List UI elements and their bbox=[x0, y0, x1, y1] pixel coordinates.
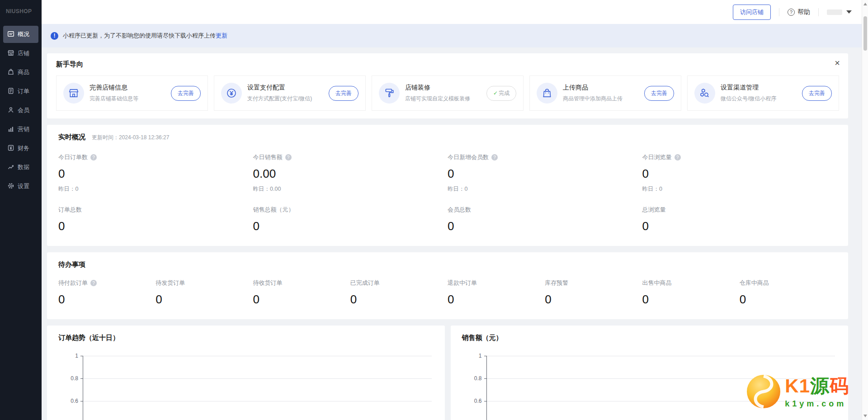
guide-item-payment: 设置支付配置 支付方式配置(支付宝/微信) 去完善 bbox=[214, 76, 366, 111]
settings-icon bbox=[7, 182, 14, 191]
update-time-value: 2024-03-18 12:36:27 bbox=[119, 134, 169, 141]
gridline bbox=[83, 356, 432, 356]
todo-row: 待付款订单? 0 待发货订单 0 待收货订单 0 已完成订单 0 退款中订单 bbox=[58, 279, 837, 307]
y-tick-label: 0.6 bbox=[58, 398, 78, 404]
scrollbar-thumb[interactable] bbox=[863, 16, 867, 51]
todo-label: 待发货订单 bbox=[156, 279, 253, 287]
realtime-stats-row: 今日订单数? 0 昨日：0 今日销售额? 0.00 昨日：0.00 今日新增会员… bbox=[58, 153, 837, 233]
guide-item-text: 店铺装修 店铺可实现自定义模板装修 bbox=[405, 84, 481, 103]
data-icon bbox=[7, 163, 14, 172]
update-notice-banner: ! 小程序已更新，为了不影响您的使用请尽快下载小程序上传更新 bbox=[42, 24, 862, 47]
y-tick-label: 0.6 bbox=[462, 398, 482, 404]
close-icon[interactable]: × bbox=[835, 58, 840, 67]
todo-pending-payment: 待付款订单? 0 bbox=[58, 279, 156, 307]
help-icon[interactable]: ? bbox=[90, 280, 97, 286]
stat-label: 销售总额（元） bbox=[253, 206, 448, 214]
member-icon bbox=[7, 106, 14, 115]
help-icon[interactable]: ? bbox=[90, 154, 97, 160]
watermark-text: K1源码 k1ym.com bbox=[785, 377, 849, 409]
header-divider bbox=[779, 8, 779, 16]
guide-item-title: 店铺装修 bbox=[405, 84, 481, 92]
upload-goods-icon bbox=[537, 83, 557, 104]
todo-label: 待付款订单? bbox=[58, 279, 156, 287]
help-icon[interactable]: ? bbox=[285, 154, 292, 160]
guide-item-channel: 设置渠道管理 微信公众号/微信小程序 去完善 bbox=[687, 76, 839, 111]
go-complete-button[interactable]: 去完善 bbox=[802, 86, 832, 101]
sidebar-item-label: 店铺 bbox=[18, 49, 29, 57]
sidebar-item-label: 商品 bbox=[18, 68, 29, 76]
sidebar-item-label: 数据 bbox=[18, 163, 29, 171]
notice-text: 小程序已更新，为了不影响您的使用请尽快下载小程序上传 bbox=[63, 32, 216, 40]
go-complete-button[interactable]: 去完善 bbox=[171, 86, 201, 101]
stat-label: 今日浏览量? bbox=[642, 153, 837, 161]
overview-icon bbox=[7, 30, 14, 39]
stat-label: 今日新增会员数? bbox=[448, 153, 642, 161]
todo-card: 待办事项 待付款订单? 0 待发货订单 0 待收货订单 0 已完成订单 0 bbox=[47, 252, 848, 319]
todo-completed-orders: 已完成订单 0 bbox=[350, 279, 448, 307]
sidebar-item-data[interactable]: 数据 bbox=[3, 159, 38, 176]
order-trend-plot: 1 0.8 0.6 0.4 bbox=[58, 356, 434, 420]
help-button[interactable]: ? 帮助 bbox=[788, 8, 810, 16]
help-icon[interactable]: ? bbox=[491, 154, 498, 160]
sidebar-item-member[interactable]: 会员 bbox=[3, 102, 38, 119]
sidebar-item-settings[interactable]: 设置 bbox=[3, 178, 38, 195]
guide-item-upload-goods: 上传商品 商品管理中添加商品上传 去完善 bbox=[529, 76, 681, 111]
header-divider bbox=[818, 8, 819, 16]
sidebar-item-order[interactable]: 订单 bbox=[3, 83, 38, 100]
stat-today-orders: 今日订单数? 0 昨日：0 bbox=[58, 153, 253, 193]
visit-store-button[interactable]: 访问店铺 bbox=[733, 5, 771, 20]
user-menu[interactable] bbox=[827, 9, 852, 15]
stat-value: 0 bbox=[448, 219, 642, 233]
sidebar-item-goods[interactable]: 商品 bbox=[3, 64, 38, 81]
update-link[interactable]: 更新 bbox=[216, 32, 227, 40]
gridline bbox=[83, 378, 432, 379]
guide-item-subtitle: 商品管理中添加商品上传 bbox=[563, 95, 639, 103]
gridline bbox=[83, 401, 432, 401]
todo-label: 退款中订单 bbox=[448, 279, 545, 287]
sidebar-item-finance[interactable]: 财务 bbox=[3, 140, 38, 157]
stat-label: 今日订单数? bbox=[58, 153, 253, 161]
stat-label: 订单总数 bbox=[58, 206, 253, 214]
chevron-down-icon bbox=[846, 10, 852, 14]
sidebar-item-label: 会员 bbox=[18, 106, 29, 114]
sidebar-item-shop[interactable]: 店铺 bbox=[3, 45, 38, 62]
go-complete-button[interactable]: 去完善 bbox=[644, 86, 674, 101]
guide-item-subtitle: 店铺可实现自定义模板装修 bbox=[405, 95, 481, 103]
scroll-down-arrow-icon[interactable] bbox=[863, 415, 867, 417]
todo-value: 0 bbox=[545, 293, 642, 307]
guide-item-text: 设置支付配置 支付方式配置(支付宝/微信) bbox=[247, 84, 323, 103]
todo-pending-shipment: 待发货订单 0 bbox=[156, 279, 253, 307]
todo-label: 库存预警 bbox=[545, 279, 642, 287]
stat-yesterday: 昨日：0 bbox=[58, 185, 253, 193]
todo-value: 0 bbox=[740, 293, 837, 307]
guide-item-subtitle: 支付方式配置(支付宝/微信) bbox=[247, 95, 323, 103]
todo-label: 仓库中商品 bbox=[740, 279, 837, 287]
sidebar-item-overview[interactable]: 概况 bbox=[3, 26, 38, 43]
stat-yesterday: 昨日：0 bbox=[448, 185, 642, 193]
realtime-overview-card: 实时概况 更新时间：2024-03-18 12:36:27 今日订单数? 0 昨… bbox=[47, 125, 848, 246]
marketing-icon bbox=[7, 125, 14, 134]
app-logo: NIUSHOP bbox=[0, 0, 42, 23]
stat-label: 会员总数 bbox=[448, 206, 642, 214]
done-button[interactable]: ✓完成 bbox=[486, 86, 516, 101]
realtime-title: 实时概况 bbox=[58, 133, 85, 142]
stat-yesterday: 昨日：0 bbox=[642, 185, 837, 193]
y-tick-label: 0.8 bbox=[58, 375, 78, 382]
sidebar-item-marketing[interactable]: 营销 bbox=[3, 121, 38, 138]
store-icon bbox=[63, 83, 84, 104]
help-icon[interactable]: ? bbox=[675, 154, 681, 160]
update-time-label: 更新时间： bbox=[92, 134, 119, 141]
guide-item-decoration: 店铺装修 店铺可实现自定义模板装修 ✓完成 bbox=[372, 76, 524, 111]
todo-pending-receipt: 待收货订单 0 bbox=[253, 279, 350, 307]
scroll-up-arrow-icon[interactable] bbox=[863, 3, 867, 5]
page-scrollbar[interactable] bbox=[862, 0, 868, 420]
guide-item-subtitle: 完善店铺基础信息等 bbox=[90, 95, 165, 103]
realtime-header: 实时概况 更新时间：2024-03-18 12:36:27 bbox=[58, 133, 837, 142]
stat-total-views: 总浏览量 0 bbox=[642, 206, 837, 233]
stat-value: 0 bbox=[642, 219, 837, 233]
todo-value: 0 bbox=[253, 293, 350, 307]
sidebar-item-label: 订单 bbox=[18, 87, 29, 95]
todo-title: 待办事项 bbox=[58, 260, 837, 269]
go-complete-button[interactable]: 去完善 bbox=[329, 86, 359, 101]
goods-icon bbox=[7, 68, 14, 77]
